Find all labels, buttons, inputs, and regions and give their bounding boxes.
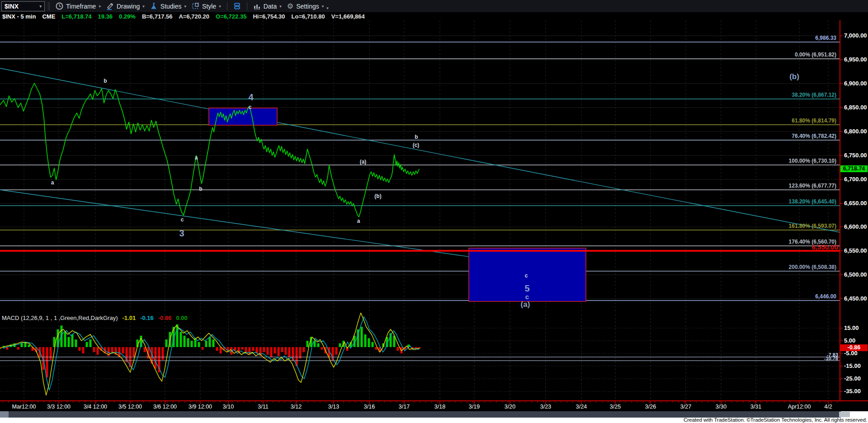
price-axis-tick-label: 6,450.00: [844, 295, 867, 302]
link-windows-button[interactable]: [231, 0, 244, 12]
settings-button[interactable]: ⚙ Settings ▾: [284, 0, 326, 12]
copyright-text: Created with TradeStation. ©TradeStation…: [684, 417, 867, 423]
macd-histogram-bar: [133, 347, 135, 357]
macd-histogram-bar: [28, 344, 30, 347]
scrollbar-left-button[interactable]: [0, 411, 9, 418]
elliott-wave-label[interactable]: b: [415, 134, 418, 140]
macd-histogram-bar: [187, 338, 189, 347]
elliott-wave-label[interactable]: 5: [524, 283, 529, 294]
macd-histogram-bar: [82, 347, 85, 353]
time-axis-label: 3/17: [399, 404, 410, 410]
chevron-down-icon: ▾: [142, 4, 145, 9]
macd-histogram-bar: [252, 347, 255, 351]
toolbar-divider: [227, 2, 227, 10]
elliott-wave-label[interactable]: 4: [248, 92, 253, 103]
time-axis-label: 4/2: [824, 404, 832, 410]
elliott-wave-label[interactable]: b: [104, 78, 107, 84]
elliott-wave-label[interactable]: a: [195, 155, 198, 161]
macd-axis-tick-label: -15.00: [844, 362, 861, 369]
elliott-wave-label[interactable]: (b): [789, 72, 799, 81]
elliott-wave-label[interactable]: b: [199, 186, 202, 192]
elliott-wave-label[interactable]: (a): [360, 159, 367, 165]
price-axis-tick-label: 7,000.00: [844, 32, 867, 39]
macd-histogram-bar: [86, 342, 88, 347]
time-axis-label: 3/11: [258, 404, 268, 410]
macd-histogram-bar: [184, 336, 186, 347]
fib-level-label: 6,986.33: [815, 35, 836, 41]
elliott-wave-label[interactable]: a: [51, 179, 54, 186]
time-axis-label: 3/16: [364, 404, 375, 410]
price-axis-tick-label: 6,750.00: [844, 152, 867, 159]
scrollbar-row: [0, 411, 868, 418]
elliott-wave-label[interactable]: 3: [179, 228, 184, 239]
macd-histogram-bar: [180, 332, 182, 347]
macd-histogram-bar: [21, 343, 23, 347]
macd-histogram-bar: [288, 347, 291, 357]
elliott-wave-label[interactable]: c: [525, 273, 528, 279]
macd-histogram-bar: [216, 347, 218, 351]
elliott-wave-label[interactable]: (a): [521, 300, 530, 309]
symbol-bar-field: 0.29%: [119, 13, 136, 20]
macd-histogram-bar: [274, 347, 276, 353]
toolbar-overflow-chevron[interactable]: ▾: [326, 6, 329, 10]
macd-histogram-bar: [191, 341, 193, 347]
macd-histogram-bar: [165, 339, 168, 347]
macd-value: -0.86: [158, 315, 172, 321]
tradestation-window: $INX ▾ Timeframe ▾ Drawing ▾ S: [0, 0, 868, 423]
macd-histogram-bar: [93, 347, 95, 352]
time-axis-label: 3/5 12:00: [118, 404, 142, 410]
symbol-bar-field: CME: [42, 13, 55, 20]
flask-icon: [150, 2, 158, 10]
macd-value: -0.16: [140, 315, 154, 321]
macd-histogram-bar: [321, 347, 323, 350]
chart-area[interactable]: 6,986.330.00% (6,951.82)38.20% (6,867.12…: [0, 20, 868, 401]
elliott-wave-label[interactable]: c: [181, 216, 184, 223]
time-axis-label: 3/18: [434, 404, 445, 410]
elliott-wave-label[interactable]: (c): [413, 142, 420, 148]
macd-histogram-bar: [46, 347, 48, 377]
elliott-wave-label[interactable]: (b): [374, 193, 381, 199]
chevron-down-icon: ▾: [39, 4, 42, 9]
studies-button[interactable]: Studies ▾: [147, 0, 189, 12]
time-axis-label: 3/30: [716, 404, 726, 410]
data-button[interactable]: Data ▾: [250, 0, 284, 12]
chevron-down-icon: ▾: [322, 4, 324, 9]
macd-histogram-bar: [241, 347, 244, 350]
macd-histogram-bar: [397, 347, 399, 351]
time-axis-label: 3/4 12:00: [84, 404, 107, 410]
style-button[interactable]: Style ▾: [189, 0, 224, 12]
toolbar-divider: [247, 2, 247, 10]
fib-level-label: 38.20% (6,867.12): [792, 92, 836, 98]
time-axis[interactable]: Mar12:003/3 12:003/4 12:003/5 12:003/6 1…: [0, 401, 868, 411]
scrollbar-track[interactable]: [9, 411, 841, 418]
macd-histogram-bar: [75, 339, 77, 347]
macd-study-title[interactable]: MACD (12,26,9, 1 , 1 ,Green,Red,DarkGray…: [2, 315, 188, 321]
macd-value-badge: -0.86: [840, 344, 868, 351]
macd-axis-tick-label: -25.00: [844, 375, 861, 382]
fib-level-label: 76.40% (6,782.42): [792, 133, 836, 139]
symbol-select[interactable]: $INX ▾: [1, 1, 45, 11]
price-axis-tick-label: 6,650.00: [844, 200, 867, 207]
elliott-wave-label[interactable]: c: [249, 104, 252, 110]
macd-histogram-bar: [90, 339, 92, 347]
time-axis-label: 3/20: [505, 404, 515, 410]
scrollbar-thumb[interactable]: [839, 412, 850, 417]
timeframe-button[interactable]: Timeframe ▾: [53, 0, 104, 12]
time-axis-label: Apr12:00: [788, 404, 811, 410]
clock-icon: [56, 2, 63, 10]
time-axis-label: 3/23: [540, 404, 551, 410]
chart-canvas[interactable]: [0, 20, 868, 401]
fib-level-label: 138.20% (6,645.40): [789, 198, 836, 205]
elliott-wave-label[interactable]: c: [525, 293, 529, 301]
elliott-wave-label[interactable]: a: [357, 218, 360, 224]
symbol-bar-field: $INX - 5 min: [2, 13, 36, 20]
time-axis-label: 3/19: [469, 404, 480, 410]
time-axis-label: 3/26: [645, 404, 656, 410]
macd-histogram-bar: [50, 347, 52, 360]
drawing-button[interactable]: Drawing ▾: [104, 0, 147, 12]
symbol-info-bar: $INX - 5 minCMEL=6,718.7419.360.29%B=6,7…: [0, 12, 868, 20]
fib-level-label: 100.00% (6,730.10): [789, 158, 836, 164]
fib-level-label: 161.80% (6,593.07): [789, 223, 836, 229]
macd-axis-tick-label: 15.00: [844, 324, 859, 331]
bar-chart-icon: [253, 2, 261, 10]
